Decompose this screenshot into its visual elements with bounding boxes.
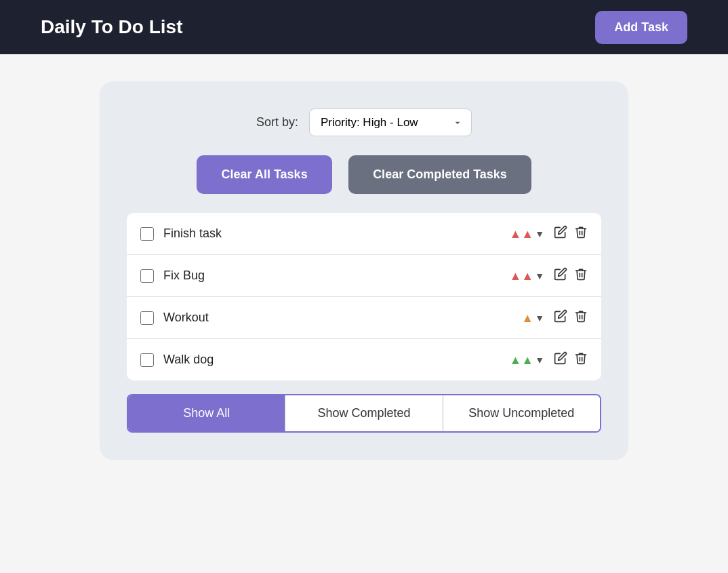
edit-button-2[interactable]	[554, 267, 567, 284]
table-row: Fix Bug ▲▲ ▼	[127, 255, 601, 297]
task-name-2: Fix Bug	[163, 269, 510, 283]
priority-group-1: ▲▲ ▼	[510, 228, 545, 240]
task-checkbox-1[interactable]	[140, 227, 154, 241]
header: Daily To Do List Add Task	[0, 0, 728, 54]
delete-button-3[interactable]	[574, 309, 588, 326]
priority-down-icon-2[interactable]: ▼	[535, 271, 544, 281]
priority-down-icon-1[interactable]: ▼	[535, 229, 544, 239]
task-actions-3: ▲ ▼	[521, 309, 588, 326]
delete-button-4[interactable]	[574, 351, 588, 368]
table-row: Walk dog ▲▲ ▼	[127, 339, 601, 380]
task-name-3: Workout	[163, 311, 521, 325]
table-row: Workout ▲ ▼	[127, 297, 601, 339]
priority-group-4: ▲▲ ▼	[510, 354, 545, 366]
task-list: Finish task ▲▲ ▼	[127, 213, 601, 380]
task-checkbox-2[interactable]	[140, 269, 154, 283]
sort-row: Sort by: Priority: High - Low Priority: …	[127, 108, 601, 136]
add-task-button[interactable]: Add Task	[595, 11, 687, 44]
main-content: Sort by: Priority: High - Low Priority: …	[0, 54, 728, 487]
priority-up-icon-3[interactable]: ▲	[521, 312, 533, 324]
priority-up-icon-1[interactable]: ▲▲	[510, 228, 534, 240]
filter-buttons: Show All Show Completed Show Uncompleted	[127, 394, 601, 433]
task-checkbox-3[interactable]	[140, 311, 154, 325]
delete-button-1[interactable]	[574, 225, 588, 242]
task-actions-4: ▲▲ ▼	[510, 351, 588, 368]
sort-select[interactable]: Priority: High - Low Priority: Low - Hig…	[309, 108, 472, 136]
priority-down-icon-4[interactable]: ▼	[535, 355, 544, 365]
filter-show-uncompleted-button[interactable]: Show Uncompleted	[443, 395, 600, 431]
edit-button-1[interactable]	[554, 225, 567, 242]
task-name-4: Walk dog	[163, 353, 510, 367]
clear-all-button[interactable]: Clear All Tasks	[197, 155, 332, 194]
task-actions-1: ▲▲ ▼	[510, 225, 588, 242]
priority-down-icon-3[interactable]: ▼	[535, 313, 544, 323]
task-actions-2: ▲▲ ▼	[510, 267, 588, 284]
table-row: Finish task ▲▲ ▼	[127, 213, 601, 255]
action-buttons: Clear All Tasks Clear Completed Tasks	[127, 155, 601, 194]
edit-button-4[interactable]	[554, 351, 567, 368]
priority-up-icon-2[interactable]: ▲▲	[510, 270, 534, 282]
filter-show-completed-button[interactable]: Show Completed	[285, 395, 443, 431]
task-card: Sort by: Priority: High - Low Priority: …	[100, 81, 628, 460]
task-name-1: Finish task	[163, 226, 510, 241]
priority-group-3: ▲ ▼	[521, 312, 544, 324]
filter-show-all-button[interactable]: Show All	[128, 395, 285, 431]
page-title: Daily To Do List	[41, 16, 183, 38]
sort-label: Sort by:	[256, 115, 298, 130]
delete-button-2[interactable]	[574, 267, 588, 284]
priority-up-icon-4[interactable]: ▲▲	[510, 354, 534, 366]
priority-group-2: ▲▲ ▼	[510, 270, 545, 282]
clear-completed-button[interactable]: Clear Completed Tasks	[348, 155, 531, 194]
task-checkbox-4[interactable]	[140, 353, 154, 367]
edit-button-3[interactable]	[554, 309, 567, 326]
